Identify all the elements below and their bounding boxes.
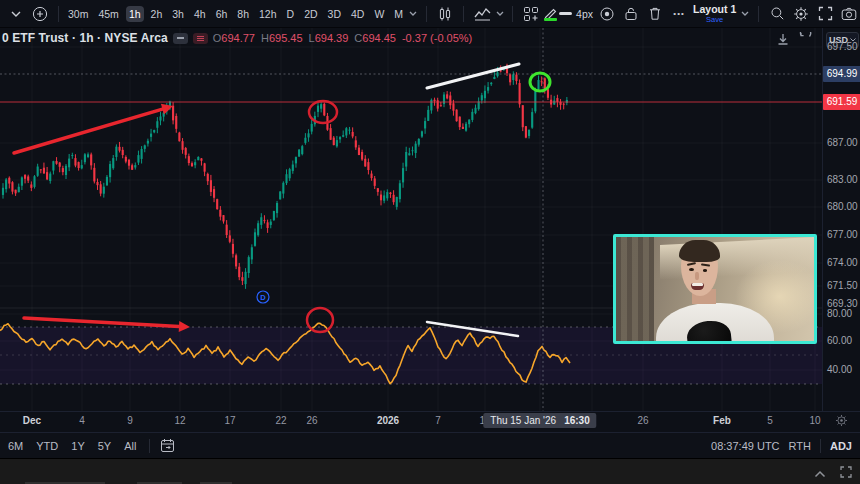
timeframe-30m[interactable]: 30m [65,6,91,22]
toolbar-separator [149,439,150,453]
panel-collapse-chevron-icon[interactable] [814,464,826,482]
drawn-arrow [24,318,179,326]
timeframes-chevron-icon[interactable] [406,3,420,25]
add-symbol-icon[interactable] [28,3,52,25]
range-1y[interactable]: 1Y [71,440,84,452]
time-label: Feb [713,415,731,426]
line-width-label[interactable]: 4px [576,8,593,20]
toolbar-separator [58,6,59,22]
chart-canvas[interactable]: D [0,28,822,411]
line-width-sample[interactable] [558,3,576,25]
fullscreen-icon[interactable] [813,3,837,25]
settings-gear-icon[interactable] [789,3,813,25]
time-label: 7 [435,415,441,426]
panel-expand-icon[interactable] [840,464,852,482]
time-label: 12 [174,415,185,426]
timeframe-45m[interactable]: 45m [95,6,121,22]
bullseye-icon[interactable] [595,3,619,25]
crosshair-date-label: Thu 15 Jan '2616:30 [483,413,596,428]
more-options-icon[interactable]: ••• [667,3,691,25]
webcam-overlay [613,234,817,344]
screenshot-camera-icon[interactable] [837,3,860,25]
crosshair-time: 16:30 [564,415,590,426]
indicators-icon[interactable] [470,3,494,25]
timeframe-2h[interactable]: 2h [148,6,166,22]
toolbar-separator [820,439,821,453]
clock-utc[interactable]: 08:37:49 UTC [711,440,779,452]
toolbar-separator [512,6,513,22]
timeframe-D[interactable]: D [284,6,298,22]
go-to-date-icon[interactable] [160,438,175,453]
price-label: 694.99 [823,66,860,82]
axis-gear-icon[interactable] [835,413,848,431]
time-label: 9 [127,415,133,426]
top-toolbar: 30m45m1h2h3h4h6h8h12hD2D3D4DWM [0,0,860,28]
price-label: 691.59 [823,94,860,110]
market-status-chip[interactable] [173,33,188,44]
toolbar-separator [463,6,464,22]
timeframe-12h[interactable]: 12h [256,6,280,22]
candlestick-style-icon[interactable] [433,3,457,25]
layout-chevron-icon[interactable] [738,3,752,25]
draw-pencil-button[interactable] [543,6,558,21]
symbol-search-chevron-icon[interactable] [4,3,28,25]
timeframe-2D[interactable]: 2D [301,6,320,22]
time-label: 5 [767,415,773,426]
timeframe-4h[interactable]: 4h [191,6,209,22]
bottom-toolbar: 6MYTD1Y5YAll 08:37:49 UTC RTH ADJ [0,432,860,458]
lock-icon[interactable] [619,3,643,25]
refresh-icon[interactable] [798,32,812,50]
time-label: Dec [23,415,41,426]
axis-settings-corner[interactable] [822,411,860,432]
scale-tick: 687.00 [827,136,858,150]
timeframe-3h[interactable]: 3h [169,6,187,22]
tradingview-window: 30m45m1h2h3h4h6h8h12hD2D3D4DWM [0,0,860,484]
trash-icon[interactable] [643,3,667,25]
timeframe-3D[interactable]: 3D [325,6,344,22]
timeframe-M[interactable]: M [391,6,406,22]
timeframe-4D[interactable]: 4D [348,6,367,22]
time-label: 4 [79,415,85,426]
ohlc-change: -0.37 (-0.05%) [402,32,472,44]
webcam-background [616,237,814,341]
timeframe-W[interactable]: W [371,6,387,22]
symbol-title[interactable]: 0 ETF Trust · 1h · NYSE Arca [2,31,168,45]
price-scale[interactable]: USD 697.50687.00683.00680.00677.00674.00… [822,28,860,411]
time-label: 22 [275,415,286,426]
drawn-trendline [427,64,519,88]
active-draw-color-indicator [544,18,557,21]
curtain [616,237,654,341]
range-5y[interactable]: 5Y [98,440,111,452]
download-icon[interactable] [776,32,790,50]
grid-layout-add-icon[interactable] [519,3,543,25]
ohlc-close: 694.45 [362,32,396,44]
scale-tick: 697.50 [827,40,858,54]
svg-text:D: D [260,293,266,302]
toolbar-separator [426,6,427,22]
alert-chip[interactable] [193,33,208,44]
timeframe-6h[interactable]: 6h [213,6,231,22]
adjust-toggle[interactable]: ADJ [830,440,852,452]
scale-tick: 680.00 [827,200,858,214]
range-6m[interactable]: 6M [8,440,23,452]
toolbar-right-cluster: Trade Pu [752,3,860,25]
range-all[interactable]: All [124,440,136,452]
time-label: 10 [809,415,820,426]
range-ytd[interactable]: YTD [36,440,58,452]
timeframe-1h[interactable]: 1h [126,6,144,22]
session-label[interactable]: RTH [789,440,811,452]
layout-save-label[interactable]: Save [706,16,723,24]
timeframe-8h[interactable]: 8h [234,6,252,22]
symbol-header: 0 ETF Trust · 1h · NYSE Arca O694.77 H69… [2,31,472,45]
candle-series [2,64,568,289]
chart-header-icons [776,32,812,50]
range-row: 6MYTD1Y5YAll [8,440,149,452]
time-axis[interactable]: Dec4912172226202671226Feb510Thu 15 Jan '… [0,411,860,432]
indicators-chevron-icon[interactable] [494,3,506,25]
layout-selector[interactable]: Layout 1 Save [693,4,736,23]
time-label: 2026 [377,415,399,426]
time-label: 26 [637,415,648,426]
time-label: 17 [224,415,235,426]
scale-tick: 80.00 [827,307,852,321]
quick-search-icon[interactable] [765,3,789,25]
